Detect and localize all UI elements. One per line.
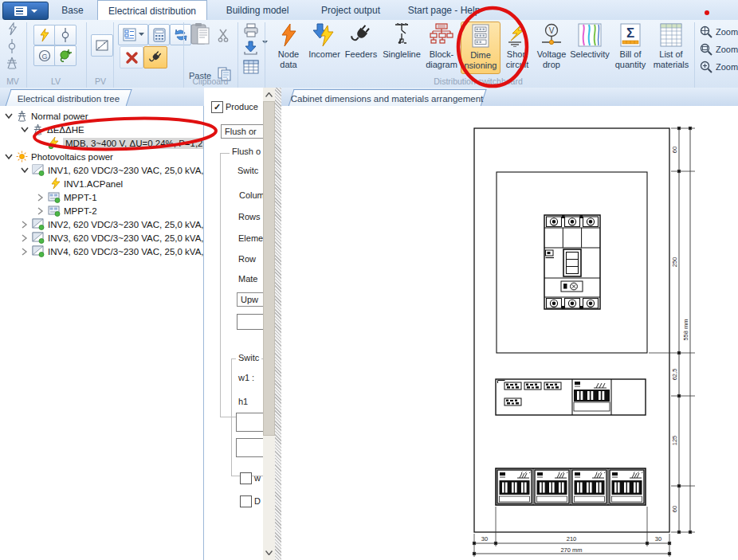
tab-electrical-distribution-tree[interactable]: Electrical distribution tree — [5, 89, 132, 107]
dim-210: 210 — [567, 535, 577, 542]
tree-item-inv2[interactable]: INV2, 620 VDC/3~230 VAC, 25,0 kVA, — [21, 217, 204, 231]
incomer-icon — [313, 23, 336, 47]
cabinet-drawing-area: 60 250 62,5 125 60 558 mm 30 210 30 270 … — [281, 106, 738, 560]
lv-feeder-button[interactable] — [33, 25, 56, 45]
dim-60-bottom: 60 — [671, 506, 678, 512]
plug-green-icon — [58, 49, 73, 63]
singleline-button[interactable]: Singleline — [381, 22, 422, 74]
zoom-window-button[interactable]: Zoom — [700, 42, 738, 57]
node-data-button[interactable]: Node data — [269, 22, 308, 74]
zoom-in-button[interactable]: Zoom — [700, 60, 738, 74]
lv-node-button[interactable] — [54, 25, 77, 45]
block-diagram-button[interactable]: Block- diagram — [422, 22, 461, 74]
mv-node-button[interactable] — [7, 39, 17, 57]
d-checkbox[interactable] — [240, 495, 252, 507]
chevron-closed-icon[interactable] — [21, 221, 29, 229]
tab-building-model[interactable]: Building model — [206, 0, 309, 20]
produce-checkbox[interactable] — [211, 101, 223, 113]
paste-button[interactable] — [190, 22, 214, 59]
dim-30-right: 30 — [655, 535, 661, 542]
pv-inverter-button[interactable] — [91, 34, 113, 57]
dim-overall-width: 270 mm — [560, 546, 582, 554]
sun-icon — [16, 151, 28, 163]
chevron-open-icon[interactable] — [5, 153, 13, 160]
upwards-button[interactable]: Upw — [237, 292, 263, 307]
delete-button[interactable] — [120, 46, 143, 69]
group-label-lv: LV — [41, 76, 70, 87]
zoom-window-icon — [700, 43, 712, 56]
w1-input[interactable] — [236, 413, 263, 432]
w-checkbox[interactable] — [240, 472, 252, 484]
electrical-distribution-tree: Normal power ΔΕΔΔΗΕ MDB, 3~400 V, ΔU=0,2… — [0, 106, 204, 560]
zoom-extents-icon — [700, 25, 712, 38]
cut-button[interactable] — [217, 28, 231, 45]
refresh-button[interactable] — [170, 24, 191, 45]
lv-load-button[interactable] — [54, 45, 77, 66]
tree-item-inv3[interactable]: INV3, 620 VDC/3~230 VAC, 25,0 kVA, — [21, 231, 204, 245]
tree-list-icon — [123, 28, 137, 41]
node-outline-icon — [61, 28, 70, 42]
mv-cable-button[interactable] — [6, 22, 19, 40]
chevron-open-icon[interactable] — [5, 112, 13, 119]
tab-project-output[interactable]: Project output — [309, 0, 392, 20]
chevron-closed-icon[interactable] — [21, 234, 29, 242]
chevron-open-icon[interactable] — [21, 126, 29, 133]
table-view-button[interactable] — [243, 60, 259, 77]
tree-item-normal-power[interactable]: Normal power — [5, 109, 88, 123]
lightning-orange-icon — [278, 23, 299, 47]
zoom-extents-button[interactable]: Zoom — [700, 25, 738, 39]
tree-item-photovoltaics-power[interactable]: Photovoltaics power — [5, 150, 113, 163]
short-circuit-icon — [506, 23, 528, 47]
red-x-icon — [125, 51, 139, 65]
zoom-in-icon — [700, 61, 712, 73]
connect-button[interactable] — [143, 46, 167, 69]
plug-icon — [148, 50, 163, 65]
flush-button[interactable]: Flush or — [221, 124, 263, 139]
tree-options-button[interactable] — [118, 24, 148, 45]
chevron-open-icon[interactable] — [21, 166, 29, 174]
scroll-up-button[interactable] — [263, 88, 275, 101]
chevron-closed-icon[interactable] — [37, 194, 45, 202]
cabinet-dimension-drawing: 60 250 62,5 125 60 558 mm 30 210 30 270 … — [281, 106, 738, 560]
feeders-button[interactable]: Feeders — [343, 22, 379, 74]
lv-generator-button[interactable]: G — [33, 45, 56, 66]
h1-input[interactable] — [236, 438, 263, 457]
mv-tower-button[interactable] — [5, 56, 19, 73]
tab-electrical-distribution[interactable]: Electrical distribution — [97, 0, 207, 21]
tree-item-deddhe[interactable]: ΔΕΔΔΗΕ — [21, 123, 84, 136]
scroll-down-button[interactable] — [263, 546, 275, 559]
bill-of-quantity-button[interactable]: Σ Bill of quantity — [610, 22, 650, 74]
pylon-icon — [32, 123, 44, 135]
tab-cabinet-dimensions[interactable]: Cabinet dimensions and materials arrange… — [288, 89, 486, 107]
incomer-button[interactable]: Incomer — [306, 22, 343, 74]
inverter-icon — [95, 38, 109, 53]
calculate-button[interactable] — [148, 24, 170, 45]
red-annotation-dot — [705, 10, 709, 15]
left-panel-header: Electrical distribution tree — [0, 88, 204, 107]
flush-input[interactable] — [237, 314, 263, 330]
materials-table-icon — [660, 23, 682, 47]
short-circuit-button[interactable]: Short circuit — [501, 22, 534, 74]
application-menu-button[interactable] — [2, 2, 49, 20]
tree-item-mppt2[interactable]: MPPT-2 — [37, 204, 97, 217]
dimensioning-button[interactable]: Dime nsioning — [461, 22, 501, 74]
voltage-drop-button[interactable]: V Voltage drop — [534, 22, 569, 74]
tab-start-page-help[interactable]: Start page - Help — [392, 0, 496, 20]
tree-item-mdb[interactable]: MDB, 3~400 V, ΔU=0,24%, P=1,2 — [48, 136, 204, 150]
tree-item-inv1[interactable]: INV1, 620 VDC/3~230 VAC, 25,0 kVA, — [21, 163, 204, 177]
middle-row-assembly — [496, 379, 646, 415]
group-label-switchboard: Distribution switchboard — [402, 76, 554, 87]
tree-item-mppt1[interactable]: MPPT-1 — [37, 190, 97, 204]
list-of-materials-button[interactable]: List of materials — [650, 22, 692, 74]
tab-base[interactable]: Base — [48, 0, 97, 20]
chevron-closed-icon[interactable] — [37, 207, 45, 215]
tree-item-inv4[interactable]: INV4, 620 VDC/3~230 VAC, 25,0 kVA, — [21, 245, 204, 258]
chevron-closed-icon[interactable] — [21, 248, 29, 256]
lightning-icon — [49, 178, 61, 190]
selectivity-button[interactable]: Selectivity — [569, 22, 610, 74]
tree-item-inv1-acpanel[interactable]: INV1.ACPanel — [49, 177, 123, 190]
inverter-status-icon — [32, 232, 45, 244]
panel-splitter[interactable] — [275, 88, 281, 560]
print-button[interactable] — [243, 23, 259, 41]
scrollbar-thumb[interactable] — [263, 101, 275, 436]
